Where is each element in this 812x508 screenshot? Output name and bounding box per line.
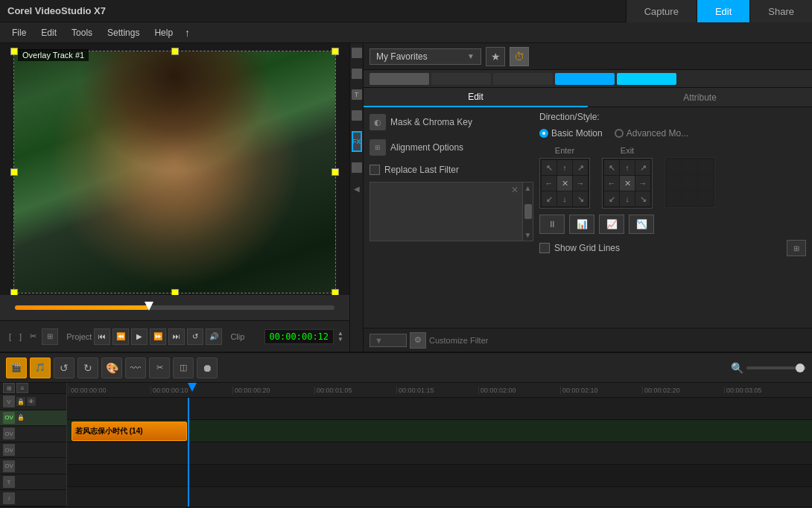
lock-btn2[interactable]: 🔒: [16, 413, 25, 422]
exit-arrow-r[interactable]: →: [635, 176, 650, 191]
filter-tab-2[interactable]: [431, 73, 491, 85]
audio-track-btn[interactable]: 🎵: [30, 358, 51, 378]
filter-tab-4[interactable]: [555, 73, 615, 85]
enter-arrow-c[interactable]: ✕: [557, 176, 572, 191]
transition-icon[interactable]: [352, 162, 362, 173]
lock-btn[interactable]: 🔒: [16, 397, 25, 406]
favorites-dropdown[interactable]: My Favorites ▼: [369, 48, 481, 65]
menu-file[interactable]: File: [6, 26, 32, 39]
video-track-btn[interactable]: 🎬: [6, 358, 27, 378]
exit-arrow-l[interactable]: ←: [604, 176, 619, 191]
mark-in-btn[interactable]: [: [6, 332, 14, 341]
menu-edit[interactable]: Edit: [35, 26, 63, 39]
text-icon[interactable]: T: [352, 89, 362, 100]
menu-help[interactable]: Help: [148, 26, 179, 39]
media-icon[interactable]: [352, 48, 362, 58]
enter-arrow-br[interactable]: ↘: [573, 191, 588, 206]
scene-btn[interactable]: ◫: [173, 358, 194, 378]
tab-attribute[interactable]: Attribute: [588, 88, 812, 107]
redo-btn[interactable]: ↻: [77, 358, 98, 378]
handle-tm[interactable]: [171, 48, 179, 55]
tab-edit[interactable]: Edit: [697, 0, 749, 22]
repeat-btn[interactable]: ↺: [187, 328, 203, 345]
visibility-btn[interactable]: 👁: [27, 397, 36, 406]
handle-lm[interactable]: [10, 168, 18, 176]
exit-arrow-bl[interactable]: ↙: [604, 191, 619, 206]
chart2-btn[interactable]: 📈: [599, 215, 624, 234]
snapshot-btn[interactable]: ⊞: [42, 328, 58, 345]
mask-chroma-label[interactable]: Mask & Chroma Key: [390, 117, 472, 127]
timecode-display[interactable]: 00:00:00:12: [264, 329, 334, 344]
exit-arrow-tl[interactable]: ↖: [604, 160, 619, 175]
undo-btn[interactable]: ↺: [54, 358, 74, 378]
chart3-btn[interactable]: 📉: [629, 215, 654, 234]
advanced-motion-radio[interactable]: Advanced Mo...: [615, 128, 688, 139]
tab-capture[interactable]: Capture: [626, 0, 697, 22]
volume-btn[interactable]: 🔊: [206, 328, 222, 345]
basic-motion-radio[interactable]: Basic Motion: [539, 128, 603, 139]
mark-out-btn[interactable]: ]: [16, 332, 25, 341]
tab-edit-effects[interactable]: Edit: [364, 88, 588, 107]
track-mode-btn2[interactable]: ≡: [16, 383, 28, 393]
filter-tab-3[interactable]: [493, 73, 553, 85]
record-btn[interactable]: ⏺: [197, 358, 218, 378]
exit-arrow-b[interactable]: ↓: [620, 191, 635, 206]
show-grid-checkbox[interactable]: [539, 243, 550, 253]
replace-filter-label[interactable]: Replace Last Filter: [384, 165, 459, 175]
filter-tab-1[interactable]: [369, 73, 429, 85]
split-btn[interactable]: ✂: [149, 358, 170, 378]
handle-tr[interactable]: [332, 48, 339, 55]
grid-settings-btn[interactable]: ⊞: [787, 240, 806, 256]
arrow-down-icon[interactable]: ◀: [352, 183, 362, 194]
rewind-btn[interactable]: ⏪: [112, 328, 129, 345]
filter-delete-btn[interactable]: ✕: [509, 184, 521, 196]
exit-arrow-c[interactable]: ✕: [620, 176, 635, 191]
exit-arrow-t[interactable]: ↑: [620, 160, 635, 175]
clock-btn[interactable]: ⏱: [510, 47, 529, 66]
filter-list-area[interactable]: ▲ ▼ ✕: [369, 182, 533, 241]
trim-icon[interactable]: [352, 69, 362, 79]
zoom-slider-handle[interactable]: [796, 363, 805, 372]
exit-arrow-tr[interactable]: ↗: [635, 160, 650, 175]
replace-checkbox[interactable]: [369, 165, 380, 175]
play-to-end-btn[interactable]: ⏭: [168, 328, 185, 345]
play-to-start-btn[interactable]: ⏮: [94, 328, 110, 345]
cut-btn[interactable]: ✂: [27, 331, 39, 341]
cust-icon-btn[interactable]: ⚙: [410, 332, 426, 349]
alignment-label[interactable]: Alignment Options: [390, 142, 463, 153]
enter-arrow-bl[interactable]: ↙: [542, 191, 556, 206]
handle-tl[interactable]: [10, 48, 18, 55]
enter-arrow-t[interactable]: ↑: [557, 160, 572, 175]
video-clip[interactable]: 若风志保小时代 (14): [72, 422, 187, 441]
enter-arrow-tr[interactable]: ↗: [573, 160, 588, 175]
scroll-thumb[interactable]: [524, 204, 532, 219]
add-favorite-btn[interactable]: ★: [486, 47, 505, 66]
menu-tools[interactable]: Tools: [66, 26, 98, 39]
scrubber-area[interactable]: [0, 295, 349, 320]
enter-arrow-r[interactable]: →: [573, 176, 588, 191]
zoom-slider-track[interactable]: [746, 366, 806, 369]
color-btn[interactable]: 🎨: [101, 358, 122, 378]
forward-btn[interactable]: ⏩: [150, 328, 166, 345]
cust-dropdown[interactable]: ▼: [369, 334, 407, 347]
chart-btn[interactable]: 📊: [569, 215, 594, 234]
scrubber-thumb[interactable]: [145, 302, 153, 311]
scroll-down[interactable]: ▼: [524, 231, 532, 239]
scroll-up[interactable]: ▲: [524, 184, 532, 192]
enter-arrow-b[interactable]: ↓: [557, 191, 572, 206]
exit-arrow-br[interactable]: ↘: [635, 191, 650, 206]
handle-rm[interactable]: [332, 168, 339, 176]
play-btn[interactable]: ▶: [131, 328, 148, 345]
overlay-icon[interactable]: [352, 110, 362, 121]
fx-panel-btn[interactable]: FX: [352, 131, 362, 152]
zoom-out-icon[interactable]: 🔍: [731, 362, 743, 374]
enter-arrow-tl[interactable]: ↖: [542, 160, 556, 175]
track-mode-btn1[interactable]: ⊞: [3, 383, 15, 393]
frame-spinner[interactable]: ▲ ▼: [337, 331, 343, 343]
scrubber-track[interactable]: [15, 305, 334, 310]
filter-tab-5[interactable]: [617, 73, 676, 85]
tab-share[interactable]: Share: [749, 0, 812, 22]
pause-icon-btn[interactable]: ⏸: [539, 215, 565, 234]
menu-settings[interactable]: Settings: [101, 26, 145, 39]
wave-btn[interactable]: 〰: [125, 358, 146, 378]
